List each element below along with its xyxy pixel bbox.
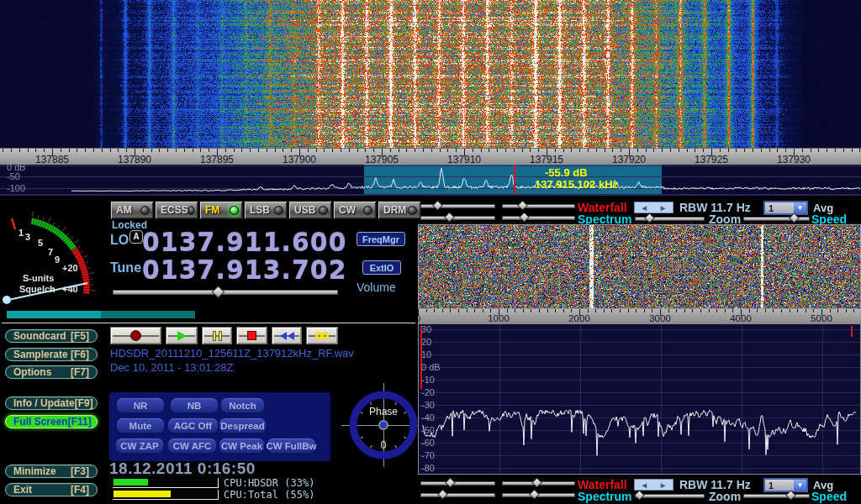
speed-slider-thumb[interactable] — [785, 490, 796, 501]
scale-tick — [668, 309, 669, 312]
rewind-button[interactable] — [272, 327, 302, 344]
waterfall-brightness-slider[interactable] — [420, 202, 495, 211]
agc-off-button[interactable]: AGC Off — [168, 418, 218, 433]
waterfall-contrast-slider[interactable] — [502, 480, 575, 488]
rf-waterfall-display[interactable] — [0, 0, 861, 148]
mute-button[interactable]: Mute — [117, 418, 164, 433]
stop-button[interactable] — [236, 327, 267, 344]
volume-slider-thumb[interactable] — [212, 286, 225, 299]
waterfall-contrast-slider-thumb[interactable] — [531, 477, 542, 488]
spectrum-range-slider-thumb[interactable] — [444, 212, 455, 223]
spin-left-arrow-icon[interactable]: ◄ — [635, 202, 654, 213]
scale-tick — [530, 149, 531, 152]
volume-slider[interactable] — [113, 287, 338, 297]
spectrum-offset-slider[interactable] — [502, 491, 575, 500]
freqmgr-button[interactable]: FreqMgr — [357, 232, 405, 246]
volume-slider-track[interactable] — [113, 290, 338, 295]
speed-slider[interactable] — [743, 215, 810, 223]
audio-frequency-scale[interactable]: 010002000300040005000 — [418, 309, 861, 323]
cw-afc-button[interactable]: CW AFC — [168, 438, 216, 453]
mode-button-fm[interactable]: FM — [199, 201, 243, 219]
waterfall-contrast-slider[interactable] — [502, 202, 575, 211]
waterfall-brightness-slider-thumb[interactable] — [445, 477, 456, 488]
spectrum-range-slider[interactable] — [420, 491, 495, 500]
cw-peak-button[interactable]: CW Peak — [219, 438, 264, 453]
scale-tick — [151, 149, 152, 152]
samplerate-button[interactable]: Samplerate[F6] — [5, 348, 98, 361]
audio-spectrum-display[interactable]: 3020100 dB-10-20-30-40-50-60-70-80 — [418, 323, 861, 475]
speed-slider[interactable] — [743, 492, 810, 501]
record-button[interactable] — [110, 327, 161, 344]
avg-select[interactable]: 1▼ — [763, 478, 808, 492]
scale-tick — [308, 149, 309, 152]
agc-a-badge[interactable]: A — [129, 230, 143, 244]
spin-left-arrow-icon[interactable]: ◄ — [635, 480, 654, 490]
despread-button[interactable]: Despread — [219, 418, 266, 433]
s-meter[interactable] — [0, 202, 108, 311]
options-button[interactable]: Options[F7] — [5, 365, 98, 379]
scale-tick — [728, 149, 729, 152]
spectrum-offset-slider-thumb[interactable] — [519, 212, 530, 223]
zoom-slider[interactable] — [635, 492, 705, 501]
recording-file-date: Dec 10, 2011 - 13:01:28Z — [110, 361, 233, 374]
stop-icon — [247, 331, 256, 340]
scale-tick — [588, 309, 589, 312]
waterfall-contrast-slider-thumb[interactable] — [517, 200, 528, 211]
scale-tick — [538, 149, 539, 152]
cw-zap-button[interactable]: CW ZAP — [116, 438, 163, 453]
waterfall-brightness-slider-thumb[interactable] — [432, 200, 443, 211]
s-meter-squelch-caption: Squelch — [19, 284, 55, 294]
rf-frequency-scale[interactable]: 1378851378901378951379001379051379101379… — [0, 148, 861, 165]
scale-tick — [110, 149, 111, 152]
play-button[interactable] — [166, 327, 198, 344]
info-update-button[interactable]: Info / Update[F9] — [5, 396, 98, 410]
nr-button[interactable]: NR — [117, 398, 164, 412]
date-time-display: 18.12.2011 0:16:50 — [109, 459, 256, 478]
exit-button[interactable]: Exit[F4] — [5, 483, 98, 496]
spin-right-arrow-icon[interactable]: ► — [654, 202, 673, 213]
spectrum-offset-slider[interactable] — [502, 214, 575, 223]
notch-button[interactable]: Notch — [221, 398, 264, 412]
dropdown-arrow-icon[interactable]: ▼ — [794, 480, 806, 491]
mode-button-lsb[interactable]: LSB — [244, 201, 288, 219]
nb-button[interactable]: NB — [171, 398, 218, 412]
scale-tick — [716, 309, 717, 312]
spin-right-arrow-icon[interactable]: ► — [654, 480, 673, 490]
mode-button-usb[interactable]: USB — [288, 201, 332, 219]
scale-tick — [456, 149, 457, 152]
minimize-button[interactable]: Minimize[F3] — [5, 465, 98, 478]
full-screen-button[interactable]: Full Screen[F11] — [5, 415, 98, 428]
scale-tick — [781, 309, 782, 312]
rbw-spin-control[interactable]: ◄► — [634, 479, 673, 491]
speed-slider-thumb[interactable] — [789, 213, 800, 223]
mode-button-cw[interactable]: CW — [333, 201, 377, 219]
zoom-slider[interactable] — [635, 215, 705, 223]
lo-frequency-display[interactable]: 0137.911.600 — [142, 228, 347, 257]
dropdown-arrow-icon[interactable]: ▼ — [794, 202, 806, 213]
scale-tick — [324, 149, 325, 152]
extio-button[interactable]: ExtIO — [362, 260, 401, 275]
scale-tick — [853, 309, 854, 312]
mode-button-am[interactable]: AM — [110, 201, 154, 219]
tune-frequency-display[interactable]: 0137.913.702 — [142, 255, 347, 285]
audio-waterfall-display[interactable] — [418, 224, 861, 309]
avg-select[interactable]: 1▼ — [763, 201, 808, 215]
loop-button[interactable] — [306, 327, 338, 344]
zoom-slider-thumb[interactable] — [644, 213, 655, 223]
spectrum-range-slider[interactable] — [420, 214, 495, 223]
waterfall-brightness-slider[interactable] — [420, 480, 495, 488]
scale-tick — [126, 149, 127, 152]
recording-filename: HDSDR_20111210_125611Z_137912kHz_RF.wav — [110, 347, 354, 360]
soundcard-button[interactable]: Soundcard[F5] — [5, 329, 98, 343]
pause-button[interactable] — [202, 327, 232, 344]
cw-fullbw-button[interactable]: CW FullBw — [267, 438, 315, 453]
squelch-level-bar[interactable] — [7, 311, 195, 318]
spectrum-offset-slider-thumb[interactable] — [529, 489, 540, 500]
mode-button-drm[interactable]: DRM — [378, 201, 421, 219]
spectrum-range-slider-thumb[interactable] — [437, 489, 448, 500]
rf-spectrum-display[interactable]: 0 dB -50 -100 -55.9 dB 137.915.102 kHz — [0, 165, 861, 196]
mode-button-ecss[interactable]: ECSS — [155, 201, 198, 219]
rbw-spin-control[interactable]: ◄► — [634, 202, 673, 213]
scale-tick — [620, 309, 621, 312]
zoom-slider-thumb[interactable] — [634, 490, 645, 501]
